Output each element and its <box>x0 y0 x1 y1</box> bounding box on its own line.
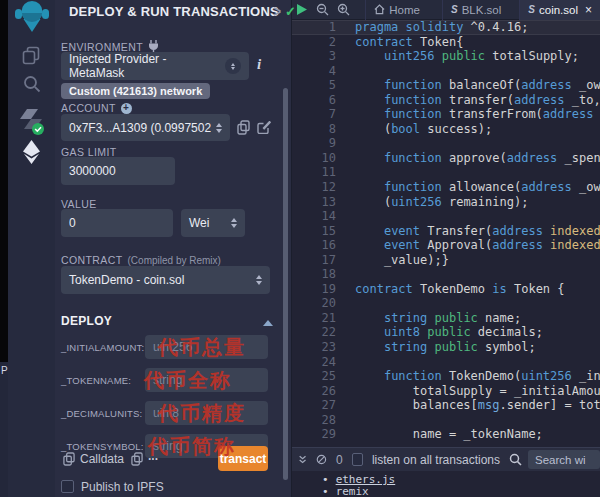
code-line[interactable]: 18 <box>292 267 600 282</box>
decimalunits-label: _DECIMALUNITS: <box>61 408 142 419</box>
listen-transactions-label: listen on all transactions <box>372 453 500 467</box>
contract-label: CONTRACT (Compiled by Remix) <box>61 254 221 266</box>
editor-tabbar: Home S BLK.sol S coin.sol × <box>292 0 600 20</box>
initialamount-label: _INITIALAMOUNT: <box>61 342 144 353</box>
contract-select[interactable]: TokenDemo - coin.sol <box>61 266 270 294</box>
code-line[interactable]: 28 <box>292 413 600 428</box>
account-select[interactable]: 0x7F3...A1309 (0.0997502 <box>61 114 230 141</box>
line-number: 5 <box>292 78 336 93</box>
tab-coin-sol[interactable]: S coin.sol × <box>519 0 600 20</box>
search-icon[interactable] <box>8 75 55 93</box>
terminal-log: •ethers.js•remix <box>292 471 600 497</box>
tab-home[interactable]: Home <box>365 0 428 20</box>
code-line[interactable]: 5 function balanceOf(address _owner) pu <box>292 78 600 93</box>
code-line[interactable]: 7 function transferFrom(address _from, <box>292 107 600 122</box>
line-number: 9 <box>292 136 336 151</box>
add-account-icon[interactable]: + <box>121 103 132 114</box>
zoom-in-icon[interactable] <box>333 0 353 20</box>
publish-ipfs-checkbox[interactable] <box>61 480 74 493</box>
code-line[interactable]: 27 balances[msg.sender] = totalSuppl <box>292 398 600 413</box>
code-line[interactable]: 23 string public symbol; <box>292 340 600 355</box>
code-line[interactable]: 2contract Token{ <box>292 35 600 50</box>
code-line[interactable]: 26 totalSupply = _initialAmount * 10 <box>292 384 600 399</box>
gas-limit-input[interactable] <box>61 157 175 185</box>
transact-button[interactable]: transact <box>218 446 268 471</box>
tokenname-input[interactable] <box>145 368 268 392</box>
network-badge: Custom (421613) network <box>61 83 210 99</box>
background-window-edge-lower <box>0 362 8 497</box>
line-number: 24 <box>292 355 336 370</box>
code-line[interactable]: 1pragma solidity ^0.4.16; <box>292 20 600 35</box>
value-input[interactable] <box>61 209 173 237</box>
remix-logo[interactable] <box>8 0 55 36</box>
line-number: 6 <box>292 93 336 108</box>
deploy-run-panel: DEPLOY & RUN TRANSACTIONS✓ > ENVIRONMENT… <box>55 0 292 497</box>
code-line[interactable]: 17 _value);} <box>292 253 600 268</box>
code-line[interactable]: 10 function approve(address _spender, ui <box>292 151 600 166</box>
code-line[interactable]: 15 event Transfer(address indexed _from, <box>292 224 600 239</box>
line-number: 17 <box>292 253 336 268</box>
code-editor[interactable]: 1pragma solidity ^0.4.16;2contract Token… <box>292 20 600 447</box>
code-line[interactable]: 13 (uint256 remaining); <box>292 195 600 210</box>
panel-collapse-chevron-icon[interactable]: > <box>273 2 281 21</box>
chevron-updown-icon <box>256 275 262 285</box>
line-number: 16 <box>292 238 336 253</box>
compile-ok-check-icon: ✓ <box>285 4 296 19</box>
code-line[interactable]: 14 <box>292 209 600 224</box>
line-number: 1 <box>292 20 336 35</box>
edge-artifact-text: P <box>1 365 8 376</box>
code-line[interactable]: 19contract TokenDemo is Token { <box>292 282 600 297</box>
code-line[interactable]: 9 <box>292 136 600 151</box>
editor-area: Home S BLK.sol S coin.sol × 1pragma soli… <box>292 0 600 497</box>
code-line[interactable]: 4 <box>292 64 600 79</box>
panel-scrollbar[interactable] <box>283 88 288 480</box>
code-line[interactable]: 22 uint8 public decimals; <box>292 325 600 340</box>
solidity-compiler-icon[interactable] <box>8 108 55 136</box>
tokenname-label: _TOKENNAME: <box>61 375 131 386</box>
close-tab-icon[interactable]: × <box>585 3 592 17</box>
environment-info-icon[interactable]: i <box>257 56 261 73</box>
terminal-search-input[interactable] <box>528 450 600 469</box>
code-line[interactable]: 3 uint256 public totalSupply; <box>292 49 600 64</box>
deploy-run-icon[interactable] <box>8 140 55 164</box>
zoom-out-icon[interactable] <box>312 0 332 20</box>
line-number: 13 <box>292 195 336 210</box>
value-unit-select[interactable]: Wei <box>181 209 245 237</box>
home-icon <box>374 4 385 15</box>
terminal-log-item: •remix <box>322 486 600 497</box>
code-line[interactable]: 6 function transfer(address _to, uint25 <box>292 93 600 108</box>
code-line[interactable]: 16 event Approval(address indexed _owner <box>292 238 600 253</box>
chevron-updown-icon <box>225 58 241 74</box>
more-options-icon[interactable]: ... <box>148 449 158 463</box>
copy-account-icon[interactable] <box>237 120 250 135</box>
line-number: 3 <box>292 49 336 64</box>
decimalunits-input[interactable] <box>145 401 268 425</box>
terminal-expand-icon[interactable] <box>298 454 307 465</box>
deploy-collapse-chevron-icon[interactable] <box>263 320 273 326</box>
solidity-file-icon: S <box>528 4 535 15</box>
environment-select[interactable]: Injected Provider - MetaMask <box>61 52 249 80</box>
code-line[interactable]: 25 function TokenDemo(uint256 _initialAm <box>292 369 600 384</box>
clear-console-icon[interactable] <box>316 453 327 466</box>
line-number: 28 <box>292 413 336 428</box>
listen-transactions-checkbox[interactable] <box>352 453 363 466</box>
line-number: 8 <box>292 122 336 137</box>
copy-calldata-icon[interactable] <box>63 452 75 466</box>
line-number: 20 <box>292 296 336 311</box>
file-explorer-icon[interactable] <box>8 46 55 65</box>
copy-parameters-icon[interactable] <box>131 452 143 466</box>
code-line[interactable]: 21 string public name; <box>292 311 600 326</box>
line-number: 11 <box>292 165 336 180</box>
code-line[interactable]: 8 (bool success); <box>292 122 600 137</box>
code-line[interactable]: 29 name = _tokenName; <box>292 427 600 442</box>
code-line[interactable]: 12 function allowance(address _owner, ad <box>292 180 600 195</box>
code-line[interactable]: 20 <box>292 296 600 311</box>
line-number: 14 <box>292 209 336 224</box>
chevron-updown-icon <box>231 218 237 228</box>
initialamount-input[interactable] <box>145 335 268 359</box>
code-line[interactable]: 24 <box>292 355 600 370</box>
tab-blk-sol[interactable]: S BLK.sol <box>442 0 509 20</box>
code-line[interactable]: 11 <box>292 165 600 180</box>
edit-account-icon[interactable] <box>257 120 271 134</box>
line-number: 19 <box>292 282 336 297</box>
